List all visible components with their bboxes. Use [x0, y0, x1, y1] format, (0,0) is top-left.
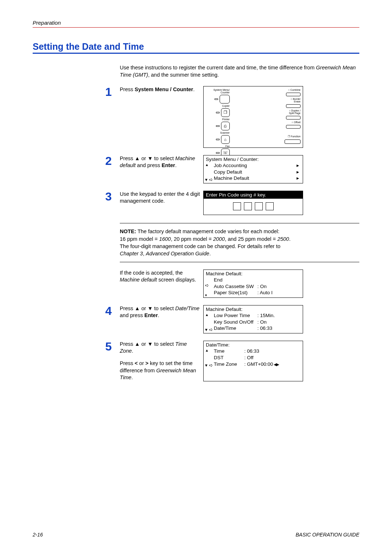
select-arrow-icon: ▾ ➪: [205, 177, 213, 183]
down-arrow-icon: ▾: [205, 293, 213, 297]
menu-value: Off: [244, 355, 253, 361]
title-rule: [33, 53, 359, 54]
left-right-arrows-icon: ◀▶: [273, 362, 279, 366]
footer-guide-title: BASIC OPERATION GUIDE: [295, 532, 359, 538]
up-arrow-icon: ▲: [205, 312, 213, 317]
select-arrow-icon: ▾ ➪: [205, 327, 213, 333]
copier-button[interactable]: ❐: [221, 108, 230, 117]
accepted-text: If the code is accepted, the Machine def…: [120, 270, 203, 298]
duplex-button[interactable]: [286, 116, 301, 119]
note-block: NOTE: The factory default management cod…: [120, 223, 359, 262]
ctrl-label-copier: Copier: [206, 105, 230, 107]
display-title: Machine Default:: [204, 270, 303, 277]
display-date-time: Date/Time: ▲ ▾ ➪ Time06:33 DSTOff Time Z…: [203, 341, 303, 381]
menu-item: Machine Default: [214, 175, 249, 182]
ctrl-label-scanner: Scanner: [206, 131, 230, 134]
step-1-text: Press System Menu / Counter.: [120, 86, 203, 148]
scanner-button[interactable]: ⌂: [221, 135, 230, 144]
menu-item: Low Power Time: [214, 312, 257, 319]
ctrl-label-fax: Fax: [206, 145, 230, 147]
ctrl-label-offset: Offset: [291, 121, 301, 123]
menu-item: Key Sound On/Off: [214, 319, 257, 325]
menu-item: Time Zone: [214, 361, 244, 368]
menu-item: Time: [214, 348, 244, 355]
control-panel-illustration: System Menu/ Counter Copier ❐ Printer ⎙ …: [203, 86, 303, 148]
step-number-4: 4: [105, 305, 120, 333]
step-3-text: Use the keypad to enter the 4 digit mana…: [120, 191, 203, 215]
led-icon: [216, 152, 220, 154]
border-erase-button[interactable]: [286, 104, 301, 108]
led-icon: [216, 112, 220, 113]
step-number-2: 2: [105, 155, 120, 183]
menu-value: 06:33: [257, 325, 272, 332]
submenu-arrow-icon: ▸: [297, 162, 299, 169]
menu-item: Paper Size(1st): [214, 289, 257, 296]
function-button[interactable]: [285, 139, 301, 144]
pin-digit-box: [233, 202, 241, 210]
pin-digit-box: [266, 202, 274, 210]
ctrl-label-system-menu: System Menu/ Counter: [206, 89, 230, 94]
page-number: 2-16: [33, 532, 43, 538]
menu-value: 06:33: [244, 348, 259, 355]
select-arrow-icon: ▾ ➪: [205, 362, 213, 369]
combine-button[interactable]: [286, 93, 301, 96]
offset-button[interactable]: [286, 125, 301, 129]
menu-value: 15Min.: [257, 312, 275, 319]
system-menu-button[interactable]: [220, 95, 230, 104]
up-arrow-icon: ▲: [205, 348, 213, 353]
select-arrow-icon: ➪: [205, 283, 213, 289]
menu-value: Auto I: [257, 289, 273, 296]
led-icon: [215, 98, 218, 100]
menu-item: Copy Default: [214, 169, 242, 175]
step-number-1: 1: [105, 86, 120, 148]
ctrl-label-duplex: Duplex / Split Page: [289, 109, 301, 114]
header-rule: [33, 27, 359, 28]
menu-value: GMT+00:00 ◀▶: [244, 361, 279, 368]
pin-digit-box: [255, 202, 263, 210]
menu-item: Auto Cassette SW: [214, 283, 257, 290]
menu-item: End: [214, 277, 222, 283]
page-title: Setting the Date and Time: [33, 41, 359, 52]
menu-item: Job Accounting: [214, 162, 247, 169]
submenu-arrow-icon: ▸: [297, 175, 299, 182]
menu-item: Date/Time: [214, 325, 257, 332]
led-icon: [216, 139, 220, 140]
printer-button[interactable]: ⎙: [221, 122, 230, 130]
display-title: System Menu / Counter:: [204, 155, 303, 163]
display-machine-default-1: Machine Default: ➪ ▾ End Auto Cassette S…: [203, 270, 303, 298]
page-header-section: Preparation: [33, 20, 359, 26]
ctrl-label-function: ❐ Function: [288, 135, 301, 138]
step-5-text: Press ▲ or ▼ to select Time Zone. Press …: [120, 341, 203, 381]
display-title: Date/Time:: [204, 341, 303, 348]
display-title: Machine Default:: [204, 305, 303, 313]
step-2-text: Press ▲ or ▼ to select Machine default a…: [120, 155, 203, 183]
display-pin-entry: Enter Pin Code using # key.: [203, 191, 303, 215]
menu-value: On: [257, 319, 267, 325]
display-system-menu: System Menu / Counter: ▲ ▾ ➪ Job Account…: [203, 155, 303, 183]
pin-prompt-bar: Enter Pin Code using # key.: [204, 191, 303, 199]
intro-paragraph: Use these instructions to register the c…: [120, 64, 359, 79]
led-icon: [216, 125, 220, 127]
menu-value: On: [257, 283, 267, 290]
menu-item: DST: [214, 355, 244, 361]
step-number-3: 3: [105, 191, 120, 215]
ctrl-label-border: Border Erase: [291, 98, 301, 103]
ctrl-label-printer: Printer: [206, 118, 230, 121]
ctrl-label-combine: Combine: [288, 89, 301, 91]
submenu-arrow-icon: ▸: [297, 169, 299, 175]
up-arrow-icon: ▲: [205, 162, 213, 167]
pin-digit-box: [244, 202, 252, 210]
step-4-text: Press ▲ or ▼ to select Date/Time and pre…: [120, 305, 203, 333]
display-machine-default-2: Machine Default: ▲ ▾ ➪ Low Power Time15M…: [203, 305, 303, 333]
step-number-5: 5: [105, 341, 120, 381]
